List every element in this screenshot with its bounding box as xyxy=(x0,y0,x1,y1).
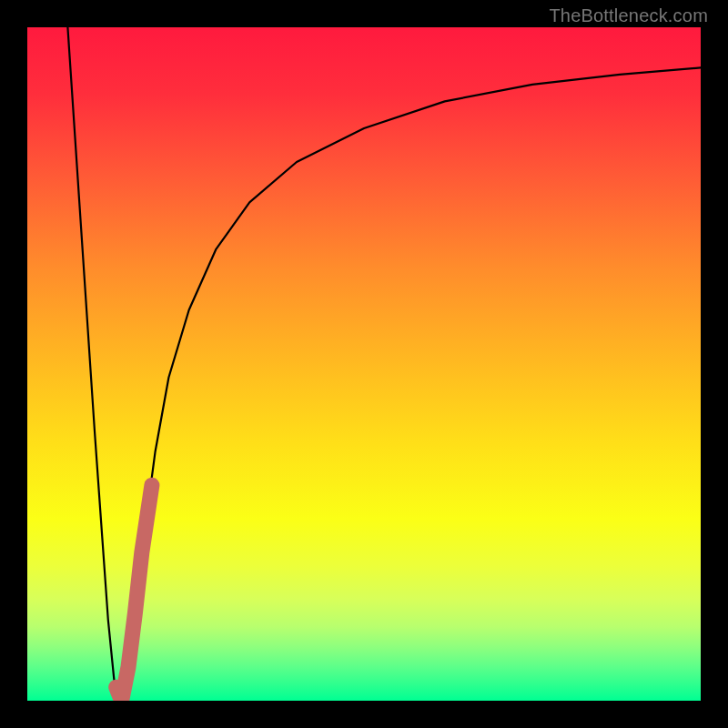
highlight-segment xyxy=(116,485,152,701)
chart-frame: TheBottleneck.com xyxy=(0,0,728,728)
curve-layer xyxy=(27,27,701,701)
watermark-text: TheBottleneck.com xyxy=(549,5,708,26)
bottleneck-curve xyxy=(67,27,701,701)
plot-area xyxy=(27,27,701,701)
